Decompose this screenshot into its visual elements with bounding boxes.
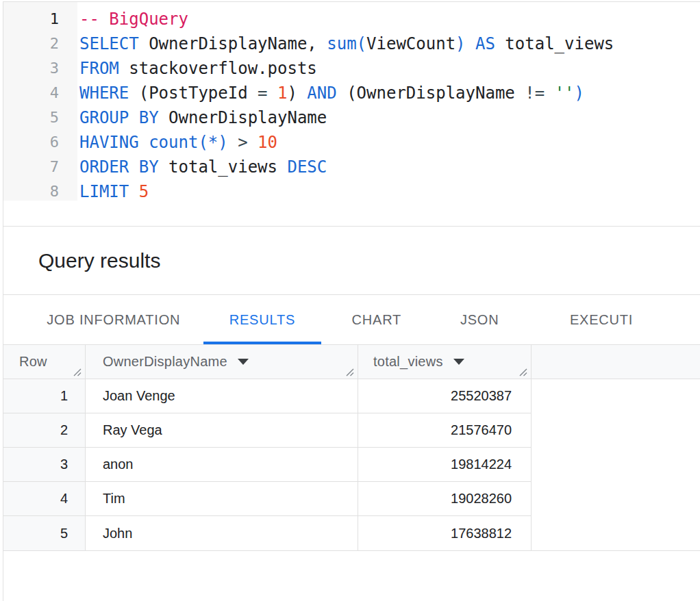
token-pl xyxy=(139,133,149,152)
column-resize-icon[interactable] xyxy=(345,367,355,377)
sql-editor[interactable]: 12345678 -- BigQuerySELECT OwnerDisplayN… xyxy=(3,2,700,227)
line-number: 1 xyxy=(3,7,59,31)
table-row: 2Ray Vega21576470 xyxy=(3,413,700,448)
tab-chart[interactable]: CHART xyxy=(321,295,432,344)
token-num: 5 xyxy=(139,182,149,201)
line-number: 5 xyxy=(3,105,59,130)
token-op: > xyxy=(238,133,247,152)
column-header-row[interactable]: Row xyxy=(3,345,86,379)
cell-total-views: 19028260 xyxy=(358,482,532,516)
results-table: RowOwnerDisplayNametotal_views 1Joan Ven… xyxy=(3,344,700,551)
token-fn: count(*) xyxy=(149,133,228,152)
token-pl: (OwnerDisplayName xyxy=(337,84,525,103)
token-pl xyxy=(248,133,258,152)
tab-executi[interactable]: EXECUTI xyxy=(527,295,700,344)
table-row: 1Joan Venge25520387 xyxy=(3,379,700,413)
token-num: 10 xyxy=(258,133,277,152)
token-pl: OwnerDisplayName, xyxy=(139,34,327,53)
cell-row-number: 2 xyxy=(3,413,86,448)
token-kw: LIMIT xyxy=(79,182,129,201)
token-kw: AS xyxy=(475,34,495,53)
cell-row-number: 1 xyxy=(3,379,86,413)
query-results-header: Query results xyxy=(3,227,700,295)
column-header-total_views[interactable]: total_views xyxy=(358,345,532,379)
token-kw: AND xyxy=(307,84,336,103)
tab-job-information[interactable]: JOB INFORMATION xyxy=(24,295,203,344)
results-table-body: 1Joan Venge255203872Ray Vega215764703ano… xyxy=(3,379,700,550)
cell-owner-display-name: Joan Venge xyxy=(86,379,358,413)
line-number: 4 xyxy=(3,81,59,105)
code-line[interactable]: ORDER BY total_views DESC xyxy=(79,155,614,179)
token-num: 1 xyxy=(277,84,287,103)
code-line[interactable]: GROUP BY OwnerDisplayName xyxy=(79,105,614,130)
cell-total-views: 19814224 xyxy=(358,448,532,482)
cell-total-views: 17638812 xyxy=(358,516,532,550)
cell-row-number: 3 xyxy=(3,448,86,482)
line-number: 6 xyxy=(3,130,59,155)
code-line[interactable]: WHERE (PostTypeId = 1) AND (OwnerDisplay… xyxy=(79,81,614,105)
tab-json[interactable]: JSON xyxy=(432,295,527,344)
code-line[interactable]: SELECT OwnerDisplayName, sum(ViewCount) … xyxy=(79,31,614,56)
tab-label: JSON xyxy=(460,312,499,328)
tab-label: EXECUTI xyxy=(570,312,633,328)
line-number: 8 xyxy=(3,179,59,204)
page-title: Query results xyxy=(38,249,160,272)
token-kw: WHERE xyxy=(79,84,129,103)
token-pl: OwnerDisplayName xyxy=(159,108,327,127)
tab-results[interactable]: RESULTS xyxy=(203,295,322,344)
tab-label: JOB INFORMATION xyxy=(47,312,180,328)
code-content[interactable]: -- BigQuerySELECT OwnerDisplayName, sum(… xyxy=(77,2,614,204)
token-pl: (PostTypeId xyxy=(129,84,258,103)
table-row: 4Tim19028260 xyxy=(3,482,700,516)
table-bottom-divider xyxy=(3,550,700,551)
table-row: 5John17638812 xyxy=(3,516,700,550)
token-kw: GROUP BY xyxy=(79,108,159,127)
column-label: Row xyxy=(19,354,47,370)
token-fn: ) xyxy=(455,34,465,53)
token-pl: total_views xyxy=(159,157,288,177)
token-com: -- BigQuery xyxy=(79,10,188,29)
column-resize-icon[interactable] xyxy=(72,367,82,377)
token-op: = xyxy=(258,84,267,103)
token-pl xyxy=(129,182,138,201)
token-pl xyxy=(268,84,277,103)
cell-total-views: 25520387 xyxy=(358,379,532,413)
token-pl: total_views xyxy=(495,34,614,53)
column-label: total_views xyxy=(373,354,443,370)
code-line[interactable]: -- BigQuery xyxy=(79,7,614,31)
token-kw: ORDER BY xyxy=(79,157,159,177)
token-fn: ) xyxy=(575,84,584,103)
token-pl xyxy=(545,84,554,103)
tab-label: CHART xyxy=(352,312,402,328)
cell-owner-display-name: Ray Vega xyxy=(86,413,358,448)
cell-total-views: 21576470 xyxy=(358,413,532,448)
token-pl xyxy=(228,133,238,152)
token-kw: FROM xyxy=(79,59,119,78)
bigquery-panel: 12345678 -- BigQuerySELECT OwnerDisplayN… xyxy=(3,1,700,601)
code-line[interactable]: LIMIT 5 xyxy=(79,179,614,204)
cell-row-number: 4 xyxy=(3,482,86,516)
tab-label: RESULTS xyxy=(229,312,295,328)
results-tab-bar: JOB INFORMATIONRESULTSCHARTJSONEXECUTI xyxy=(3,295,700,344)
cell-owner-display-name: John xyxy=(86,516,358,550)
column-header-ownerdisplayname[interactable]: OwnerDisplayName xyxy=(86,345,358,379)
code-line[interactable]: HAVING count(*) > 10 xyxy=(79,130,614,155)
token-op: != xyxy=(525,84,545,103)
sort-dropdown-icon[interactable] xyxy=(238,359,249,365)
token-pl: stackoverflow.posts xyxy=(119,59,317,78)
token-kw: SELECT xyxy=(79,34,139,53)
cell-owner-display-name: anon xyxy=(86,448,358,482)
code-line[interactable]: FROM stackoverflow.posts xyxy=(79,56,614,81)
line-number-gutter: 12345678 xyxy=(3,2,77,201)
sort-dropdown-icon[interactable] xyxy=(453,359,464,365)
column-resize-icon[interactable] xyxy=(518,367,528,377)
cell-row-number: 5 xyxy=(3,516,86,550)
cell-owner-display-name: Tim xyxy=(86,482,358,516)
column-label: OwnerDisplayName xyxy=(103,354,227,370)
token-kw: DESC xyxy=(287,157,327,177)
table-row: 3anon19814224 xyxy=(3,448,700,482)
token-pl xyxy=(466,34,475,53)
results-table-header: RowOwnerDisplayNametotal_views xyxy=(3,344,700,379)
line-number: 3 xyxy=(3,56,59,81)
line-number: 2 xyxy=(3,31,59,56)
